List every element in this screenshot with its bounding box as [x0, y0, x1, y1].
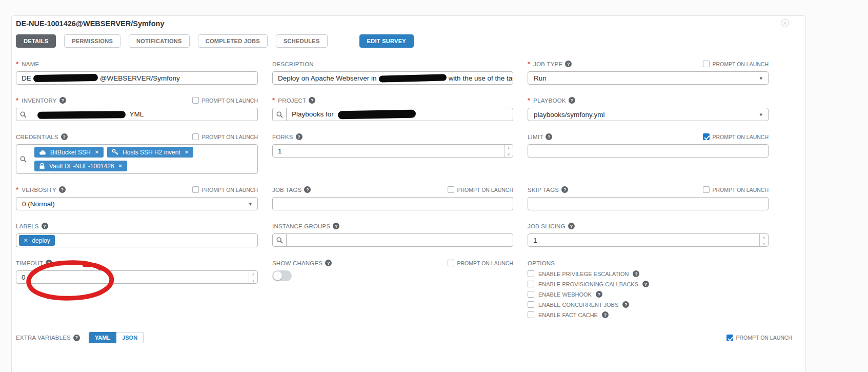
search-icon[interactable]: [16, 108, 30, 121]
credentials-label: CREDENTIALS?: [16, 133, 68, 140]
field-instance-groups: INSTANCE GROUPS?: [272, 222, 513, 247]
help-icon[interactable]: ?: [642, 281, 649, 287]
job-type-select[interactable]: Run ▾: [528, 71, 769, 85]
help-icon[interactable]: ?: [59, 97, 66, 104]
credentials-prompt-on-launch: PROMPT ON LAUNCH: [192, 133, 258, 140]
extra-variables-row: EXTRA VARIABLES? YAML JSON PROMPT ON LAU…: [16, 332, 793, 343]
credential-tag-hosts-ssh: Hosts SSH H2 invent ✕: [107, 147, 193, 158]
verbosity-select[interactable]: 0 (Normal) ▾: [16, 197, 258, 210]
search-icon[interactable]: [16, 145, 30, 173]
field-job-type: *JOB TYPE? PROMPT ON LAUNCH Run ▾: [528, 60, 769, 85]
remove-label-icon[interactable]: ✕: [24, 238, 28, 243]
stepper-up-icon[interactable]: ∧: [249, 271, 257, 277]
timeout-input[interactable]: 0 ∧ ∨: [16, 270, 258, 284]
credentials-input[interactable]: BitBucket SSH ✕ Hosts SSH H2 invent ✕ Va…: [16, 144, 258, 174]
tab-details[interactable]: DETAILS: [16, 34, 56, 48]
help-icon[interactable]: ?: [61, 133, 68, 140]
option-checkbox[interactable]: [528, 270, 534, 277]
help-icon[interactable]: ?: [304, 186, 311, 193]
chevron-down-icon: ▾: [249, 201, 252, 207]
number-stepper[interactable]: ∧ ∨: [249, 271, 257, 283]
key-icon: [112, 149, 118, 155]
help-icon[interactable]: ?: [46, 260, 52, 266]
playbook-label: *PLAYBOOK?: [528, 96, 575, 104]
help-icon[interactable]: ?: [596, 291, 602, 298]
option-privilege-escalation: ENABLE PRIVILEGE ESCALATION?: [528, 270, 769, 277]
redaction-scribble: [337, 110, 415, 120]
help-icon[interactable]: ?: [309, 97, 315, 104]
prompt-checkbox[interactable]: [192, 133, 199, 140]
job-tags-label: JOB TAGS?: [272, 186, 311, 193]
field-job-slicing: JOB SLICING? 1 ∧ ∨: [528, 222, 769, 247]
help-icon[interactable]: ?: [602, 311, 609, 318]
show-changes-label: SHOW CHANGES?: [272, 260, 332, 266]
forks-input[interactable]: 1 ∧ ∨: [272, 144, 513, 158]
format-yaml-button[interactable]: YAML: [89, 332, 116, 343]
limit-input[interactable]: [528, 144, 769, 158]
option-checkbox[interactable]: [528, 281, 534, 287]
remove-credential-icon[interactable]: ✕: [185, 149, 189, 155]
tab-schedules[interactable]: SCHEDULES: [276, 34, 328, 48]
instance-groups-label: INSTANCE GROUPS?: [272, 223, 339, 229]
help-icon[interactable]: ?: [569, 97, 575, 104]
instance-groups-input[interactable]: [272, 233, 513, 247]
remove-credential-icon[interactable]: ✕: [95, 149, 99, 155]
credential-tag-bitbucket-ssh: BitBucket SSH ✕: [34, 147, 104, 158]
help-icon[interactable]: ?: [561, 186, 568, 193]
prompt-checkbox[interactable]: [448, 186, 454, 193]
project-input[interactable]: Playbooks for: [272, 108, 513, 121]
prompt-checkbox[interactable]: [448, 260, 454, 266]
help-icon[interactable]: ?: [325, 260, 332, 266]
playbook-select[interactable]: playbooks/symfony.yml ▾: [528, 108, 769, 121]
stepper-down-icon[interactable]: ∨: [760, 240, 768, 246]
stepper-up-icon[interactable]: ∧: [760, 234, 768, 240]
remove-credential-icon[interactable]: ✕: [118, 163, 123, 169]
number-stepper[interactable]: ∧ ∨: [759, 234, 768, 246]
stepper-down-icon[interactable]: ∨: [504, 151, 513, 157]
tab-completed-jobs[interactable]: COMPLETED JOBS: [198, 34, 268, 48]
prompt-checkbox[interactable]: [192, 97, 199, 104]
inventory-input[interactable]: YML: [16, 108, 258, 121]
help-icon[interactable]: ?: [59, 186, 66, 193]
field-inventory: *INVENTORY? PROMPT ON LAUNCH YML: [16, 96, 258, 121]
skip-tags-input[interactable]: [528, 197, 769, 210]
tab-notifications[interactable]: NOTIFICATIONS: [129, 34, 190, 48]
name-label: *NAME: [16, 60, 39, 68]
limit-prompt-on-launch: PROMPT ON LAUNCH: [703, 133, 769, 140]
option-checkbox[interactable]: [528, 311, 534, 318]
field-credentials: CREDENTIALS? PROMPT ON LAUNCH BitBucket …: [16, 133, 258, 174]
help-icon[interactable]: ?: [73, 335, 80, 341]
help-icon[interactable]: ?: [546, 133, 552, 140]
search-icon[interactable]: [273, 108, 287, 121]
page-title: DE-NUE-1001426@WEBSERVER/Symfony: [16, 19, 793, 28]
close-icon[interactable]: ✕: [781, 19, 789, 27]
prompt-checkbox[interactable]: [703, 186, 710, 193]
number-stepper[interactable]: ∧ ∨: [504, 145, 513, 157]
required-mark: *: [16, 60, 18, 68]
description-input[interactable]: Deploy on Apache Webserver in with the u…: [272, 71, 513, 85]
prompt-checkbox[interactable]: [192, 186, 199, 193]
help-icon[interactable]: ?: [633, 270, 639, 277]
format-json-button[interactable]: JSON: [116, 332, 144, 343]
tab-permissions[interactable]: PERMISSIONS: [64, 34, 120, 48]
tab-edit-survey[interactable]: EDIT SURVEY: [359, 34, 414, 48]
prompt-checkbox[interactable]: [703, 61, 710, 67]
labels-input[interactable]: ✕ deploy: [16, 233, 258, 247]
option-checkbox[interactable]: [528, 301, 534, 308]
name-input[interactable]: DE @WEBSERVER/Symfony: [16, 71, 258, 85]
help-icon[interactable]: ?: [565, 61, 572, 67]
prompt-checkbox-checked[interactable]: [703, 133, 710, 140]
option-checkbox[interactable]: [528, 291, 534, 298]
help-icon[interactable]: ?: [568, 223, 575, 229]
stepper-down-icon[interactable]: ∨: [249, 277, 257, 283]
stepper-up-icon[interactable]: ∧: [504, 145, 513, 151]
show-changes-toggle[interactable]: [272, 270, 292, 281]
search-icon[interactable]: [273, 234, 287, 246]
help-icon[interactable]: ?: [296, 133, 302, 140]
job-tags-input[interactable]: [272, 197, 513, 210]
help-icon[interactable]: ?: [42, 223, 48, 229]
job-slicing-input[interactable]: 1 ∧ ∨: [528, 233, 769, 247]
help-icon[interactable]: ?: [333, 223, 339, 229]
prompt-checkbox-checked[interactable]: [726, 335, 733, 341]
help-icon[interactable]: ?: [622, 301, 629, 308]
